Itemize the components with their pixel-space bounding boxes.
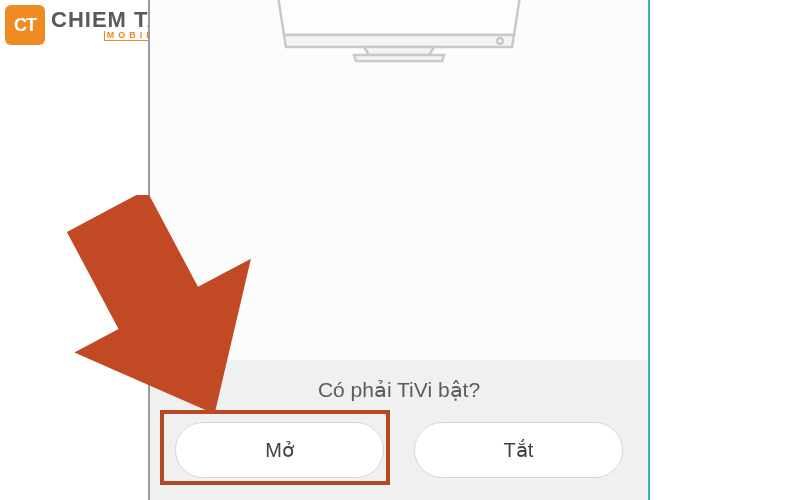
svg-marker-1 [65, 195, 265, 425]
open-button[interactable]: Mở [175, 422, 384, 478]
screenshot-frame: CT CHIEM TAI MOBILE Có phải TiVi bật? Mở [0, 0, 800, 500]
off-button[interactable]: Tắt [414, 422, 623, 478]
watermark-logo: CT CHIEM TAI MOBILE [5, 5, 171, 45]
tv-illustration [264, 0, 534, 65]
arrow-annotation [65, 195, 265, 425]
logo-badge: CT [5, 5, 45, 45]
